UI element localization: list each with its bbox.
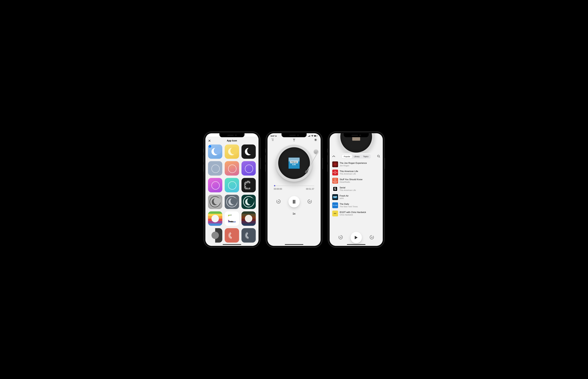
- podcast-publisher: iHeartRadio: [340, 181, 363, 183]
- tab-library[interactable]: Library: [352, 155, 361, 158]
- icon-rainbow-white[interactable]: [225, 211, 239, 226]
- skip-forward-button[interactable]: 15: [307, 199, 312, 205]
- svg-rect-65: [314, 135, 316, 136]
- icon-outline-sunset[interactable]: [225, 161, 239, 175]
- svg-line-36: [231, 237, 232, 239]
- icon-soft-blue[interactable]: ✓: [208, 144, 222, 159]
- tab-topics[interactable]: Topics: [361, 155, 370, 158]
- svg-text:15: 15: [340, 237, 341, 238]
- icon-black[interactable]: [241, 144, 256, 159]
- icon-rainbow-dark[interactable]: [241, 211, 256, 226]
- svg-text:15: 15: [309, 201, 310, 203]
- podcast-row[interactable]: The Joe Rogan ExperienceJoe Rogan: [330, 160, 383, 168]
- svg-rect-3: [245, 182, 246, 182]
- podcast-row[interactable]: IDI0TID10T with Chris HardwickChris Hard…: [330, 209, 383, 218]
- svg-rect-32: [247, 189, 248, 189]
- close-button[interactable]: ✕: [208, 139, 211, 143]
- home-indicator[interactable]: [347, 244, 365, 245]
- svg-line-48: [248, 237, 248, 239]
- svg-rect-4: [246, 182, 247, 182]
- podcast-publisher: Joe Rogan: [340, 164, 367, 167]
- svg-rect-33: [248, 189, 248, 189]
- svg-rect-61: [309, 136, 309, 137]
- skip-back-button[interactable]: 15: [338, 235, 343, 240]
- phone-2: 9:07 ➤: [266, 131, 323, 248]
- icon-striped-slate[interactable]: [241, 228, 256, 243]
- icon-pixel-black[interactable]: [241, 178, 256, 192]
- icon-ring-gray[interactable]: [208, 195, 222, 209]
- svg-rect-5: [247, 182, 248, 182]
- vinyl-record[interactable]: FRESH AIR: [278, 147, 310, 179]
- time-total: 00:51:37: [306, 188, 314, 190]
- svg-rect-22: [244, 187, 245, 188]
- notch: [281, 133, 307, 137]
- svg-rect-25: [245, 188, 246, 188]
- home-indicator[interactable]: [285, 244, 303, 245]
- play-button[interactable]: [351, 232, 362, 243]
- podcast-title: This American Life: [340, 170, 358, 173]
- icon-outline-purple[interactable]: [241, 161, 256, 175]
- podcast-publisher: Chris Hardwick: [340, 214, 366, 216]
- svg-rect-19: [244, 185, 245, 186]
- podcast-title: Serial: [340, 186, 356, 189]
- segment-control: PopularLibraryTopics: [342, 154, 371, 159]
- album-art: FRESH AIR: [288, 157, 300, 169]
- podcast-artwork: FRESHAIR: [332, 194, 338, 200]
- icon-outline-gray[interactable]: [208, 161, 222, 175]
- svg-rect-34: [248, 189, 249, 189]
- search-button[interactable]: [377, 155, 380, 158]
- svg-rect-12: [247, 183, 248, 183]
- svg-rect-60: [308, 136, 309, 137]
- podcast-publisher: The New York Times: [340, 205, 358, 208]
- svg-rect-2: [248, 181, 249, 182]
- time-elapsed: 00:00:00: [274, 188, 282, 190]
- svg-rect-23: [245, 187, 246, 188]
- podcast-row[interactable]: The DailyThe DailyThe New York Times: [330, 201, 383, 209]
- svg-text:15: 15: [278, 201, 279, 203]
- icon-rainbow-light[interactable]: [208, 211, 222, 226]
- pause-button[interactable]: [288, 196, 300, 207]
- progress-slider[interactable]: [274, 186, 314, 186]
- location-icon: ➤: [275, 135, 277, 137]
- icon-outline-teal[interactable]: [225, 178, 239, 192]
- svg-rect-71: [294, 200, 295, 204]
- svg-rect-28: [248, 188, 249, 188]
- phone-1: ✕ App Icon ✓: [203, 131, 260, 248]
- svg-rect-29: [249, 188, 250, 188]
- icon-ring-slate[interactable]: [225, 195, 239, 209]
- airplay-icon[interactable]: [292, 138, 296, 142]
- skip-back-button[interactable]: 15: [276, 199, 281, 205]
- svg-rect-0: [247, 181, 248, 182]
- podcast-artwork: The Daily: [332, 202, 338, 208]
- expand-button[interactable]: [332, 155, 335, 158]
- icon-striped-red[interactable]: [225, 228, 239, 243]
- podcast-row[interactable]: SSerialThis American Life: [330, 185, 383, 193]
- skip-forward-button[interactable]: 15: [369, 235, 374, 240]
- icon-ring-teal[interactable]: [241, 195, 256, 209]
- svg-rect-7: [248, 182, 249, 182]
- svg-rect-31: [246, 189, 247, 189]
- tab-popular[interactable]: Popular: [342, 155, 352, 158]
- svg-rect-18: [245, 184, 246, 185]
- icon-outline-magenta[interactable]: [208, 178, 222, 192]
- podcast-title: The Joe Rogan Experience: [340, 162, 367, 164]
- speed-button[interactable]: 1x: [267, 212, 321, 215]
- status-time: 9:07: [271, 135, 275, 137]
- home-indicator[interactable]: [223, 244, 241, 245]
- theme-icon[interactable]: [314, 138, 317, 142]
- queue-icon[interactable]: [271, 138, 274, 142]
- mini-player: 15 15: [330, 227, 383, 243]
- svg-rect-9: [244, 183, 245, 183]
- podcast-row[interactable]: This American LifeThis American LifeThis…: [330, 168, 383, 177]
- svg-rect-66: [317, 136, 317, 136]
- svg-rect-70: [293, 200, 294, 204]
- icon-yellow[interactable]: [225, 144, 239, 159]
- podcast-artwork: S: [332, 186, 338, 192]
- podcast-row[interactable]: STUFF YOU SHOULD KNOWStuff You Should Kn…: [330, 177, 383, 185]
- svg-rect-6: [248, 182, 248, 182]
- podcast-row[interactable]: FRESHAIRFresh AirNPR: [330, 193, 383, 201]
- svg-rect-10: [245, 183, 246, 183]
- podcast-artwork: IDI0T: [332, 211, 338, 216]
- icon-split-gray[interactable]: [208, 228, 222, 243]
- sheet-title: App Icon: [227, 139, 237, 142]
